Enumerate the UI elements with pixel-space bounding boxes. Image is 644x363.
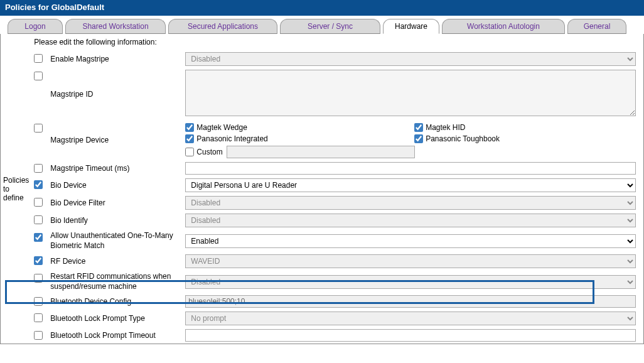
chk-allow-unauth[interactable] bbox=[34, 233, 43, 242]
label-enable-magstripe: Enable Magstripe bbox=[48, 50, 183, 68]
lbl-magtek-hid: Magtek HID bbox=[426, 123, 465, 132]
title-bar: Policies for GlobalDefault bbox=[0, 0, 644, 16]
label-restart-rfid: Restart RFID communications when suspend… bbox=[48, 270, 183, 293]
label-bt-prompt-type: Bluetooth Lock Prompt Type bbox=[48, 310, 183, 327]
chk-panasonic-integrated[interactable] bbox=[185, 134, 194, 143]
label-bt-config: Bluetooth Device Config bbox=[48, 293, 183, 310]
cb-magtek-hid[interactable]: Magtek HID bbox=[414, 123, 636, 132]
chk-bt-config[interactable] bbox=[34, 297, 43, 306]
input-custom-device[interactable] bbox=[227, 146, 415, 158]
chk-magstripe-id[interactable] bbox=[34, 72, 43, 80]
chk-magtek-wedge[interactable] bbox=[185, 123, 194, 132]
select-bio-identify[interactable]: Disabled bbox=[185, 214, 636, 227]
chk-magstripe-device[interactable] bbox=[34, 124, 43, 133]
chk-bio-device[interactable] bbox=[34, 180, 43, 189]
cb-panasonic-toughbook[interactable]: Panasonic Toughbook bbox=[414, 134, 636, 143]
intro-text: Please edit the following information: bbox=[31, 34, 643, 50]
tab-server-sync[interactable]: Server / Sync bbox=[280, 19, 380, 34]
chk-magtek-hid[interactable] bbox=[414, 123, 423, 132]
select-bio-filter[interactable]: Disabled bbox=[185, 196, 636, 210]
cb-panasonic-integrated[interactable]: Panasonic Integrated bbox=[185, 134, 407, 143]
chk-magstripe-timeout[interactable] bbox=[34, 164, 43, 173]
chk-bio-identify[interactable] bbox=[34, 215, 43, 224]
input-bt-prompt-timeout[interactable] bbox=[185, 329, 636, 342]
chk-bio-filter[interactable] bbox=[34, 198, 43, 207]
label-bt-prompt-timeout: Bluetooth Lock Prompt Timeout bbox=[48, 327, 183, 344]
chk-enable-magstripe[interactable] bbox=[34, 54, 43, 63]
lbl-panasonic-toughbook: Panasonic Toughbook bbox=[426, 134, 500, 143]
chk-bt-prompt-timeout[interactable] bbox=[34, 331, 43, 340]
tab-secured-applications[interactable]: Secured Applications bbox=[168, 19, 277, 34]
select-restart-rfid[interactable]: Disabled bbox=[185, 275, 636, 289]
tab-shared-workstation[interactable]: Shared Workstation bbox=[65, 19, 166, 34]
lbl-magtek-wedge: Magtek Wedge bbox=[196, 123, 247, 132]
select-bt-prompt-type[interactable]: No prompt bbox=[185, 312, 636, 325]
label-bio-filter: Bio Device Filter bbox=[48, 194, 183, 212]
tab-logon[interactable]: Logon bbox=[8, 19, 63, 34]
label-magstripe-id: Magstripe ID bbox=[48, 68, 183, 120]
select-bio-device[interactable]: Digital Persona U are U Reader bbox=[185, 178, 636, 192]
cb-magtek-wedge[interactable]: Magtek Wedge bbox=[185, 123, 407, 132]
magstripe-device-grid: Magtek Wedge Magtek HID Panasonic Integr… bbox=[185, 122, 636, 158]
chk-custom[interactable] bbox=[185, 148, 194, 156]
tab-workstation-autologin[interactable]: Workstation Autologin bbox=[442, 19, 565, 34]
select-enable-magstripe[interactable]: Disabled bbox=[185, 52, 636, 66]
label-bio-device: Bio Device bbox=[48, 176, 183, 194]
chk-restart-rfid[interactable] bbox=[34, 274, 43, 283]
cb-custom[interactable]: Custom bbox=[185, 148, 222, 156]
select-rf-device[interactable]: WAVEID bbox=[185, 254, 636, 268]
content-panel: Policiestodefine Please edit the followi… bbox=[0, 34, 644, 344]
chk-bt-prompt-type[interactable] bbox=[34, 313, 43, 322]
chk-rf-device[interactable] bbox=[34, 256, 43, 265]
tab-hardware[interactable]: Hardware bbox=[383, 19, 439, 34]
side-header: Policiestodefine bbox=[1, 34, 31, 344]
input-bt-config[interactable] bbox=[185, 295, 636, 308]
chk-panasonic-toughbook[interactable] bbox=[414, 134, 423, 143]
input-magstripe-timeout[interactable] bbox=[185, 162, 636, 175]
label-bio-identify: Bio Identify bbox=[48, 212, 183, 229]
tab-general[interactable]: General bbox=[567, 19, 626, 34]
label-magstripe-timeout: Magstripe Timeout (ms) bbox=[48, 160, 183, 176]
label-magstripe-device: Magstripe Device bbox=[48, 120, 183, 160]
lbl-custom: Custom bbox=[196, 148, 222, 156]
select-allow-unauth[interactable]: Enabled bbox=[185, 234, 636, 248]
label-rf-device: RF Device bbox=[48, 252, 183, 270]
label-allow-unauth: Allow Unauthenticated One-To-Many Biomet… bbox=[48, 229, 183, 252]
lbl-panasonic-integrated: Panasonic Integrated bbox=[196, 134, 267, 143]
tab-strip: LogonShared WorkstationSecured Applicati… bbox=[0, 17, 644, 34]
textarea-magstripe-id[interactable] bbox=[185, 70, 636, 116]
